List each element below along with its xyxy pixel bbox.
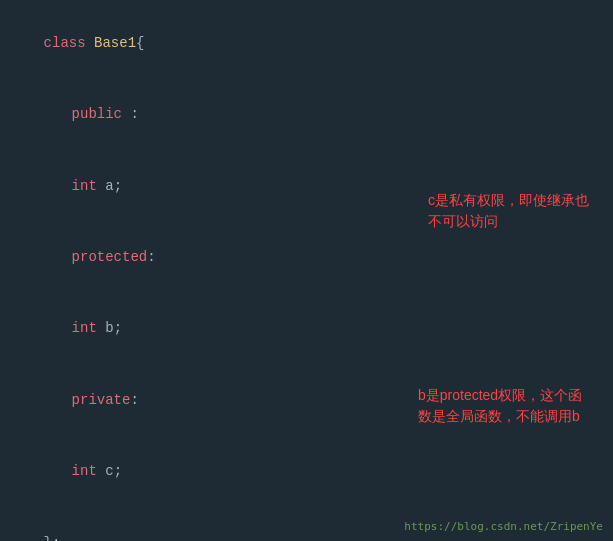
- annotation-b-protected: b是protected权限，这个函 数是全局函数，不能调用b: [418, 385, 603, 427]
- keyword-private: private: [72, 392, 131, 408]
- code-line-4: protected:: [10, 222, 603, 293]
- keyword-int-b: int: [72, 320, 97, 336]
- annotation-b-line2: 数是全局函数，不能调用b: [418, 408, 580, 424]
- code-editor: class Base1{ public : int a; protected: …: [0, 0, 613, 541]
- keyword-class: class: [44, 35, 94, 51]
- keyword-int-c: int: [72, 463, 97, 479]
- code-line-5: int b;: [10, 294, 603, 365]
- annotation-c-line2: 不可以访问: [428, 213, 498, 229]
- keyword-int-a: int: [72, 178, 97, 194]
- code-line-2: public :: [10, 79, 603, 150]
- annotation-c-private: c是私有权限，即使继承也 不可以访问: [428, 190, 603, 232]
- annotation-b-line1: b是protected权限，这个函: [418, 387, 582, 403]
- blog-url: https://blog.csdn.net/ZripenYe: [404, 520, 603, 533]
- annotation-c-line1: c是私有权限，即使继承也: [428, 192, 589, 208]
- keyword-protected: protected: [72, 249, 148, 265]
- class-name-base1: Base1: [94, 35, 136, 51]
- code-line-7: int c;: [10, 436, 603, 507]
- code-line-1: class Base1{: [10, 8, 603, 79]
- keyword-public: public: [72, 106, 122, 122]
